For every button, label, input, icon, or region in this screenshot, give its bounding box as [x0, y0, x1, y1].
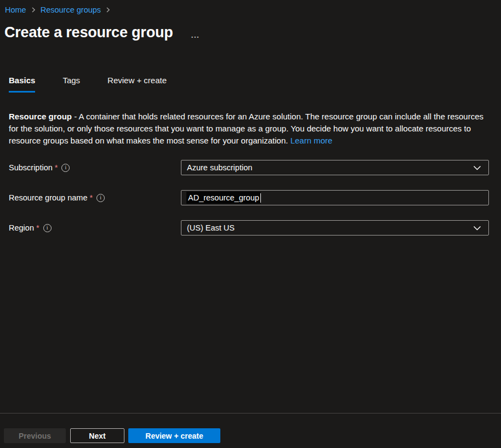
review-create-button[interactable]: Review + create	[128, 428, 220, 443]
tab-basics[interactable]: Basics	[9, 76, 35, 93]
chevron-down-icon	[473, 165, 481, 171]
title-row: Create a resource group ...	[4, 24, 200, 41]
footer-divider	[0, 413, 501, 413]
resource-group-name-label: Resource group name * i	[9, 190, 105, 205]
required-asterisk: *	[89, 193, 93, 202]
page-title: Create a resource group	[4, 24, 173, 41]
next-button[interactable]: Next	[70, 428, 124, 443]
create-resource-group-page: Home Resource groups Create a resource g…	[0, 0, 501, 448]
learn-more-link[interactable]: Learn more	[291, 136, 333, 145]
chevron-right-icon	[31, 7, 36, 13]
description-body: - A container that holds related resourc…	[9, 112, 483, 145]
resource-group-name-row: Resource group name * i AD_resource_grou…	[0, 190, 501, 205]
info-icon[interactable]: i	[61, 164, 70, 172]
subscription-label: Subscription * i	[9, 160, 70, 175]
resource-group-name-input[interactable]: AD_resource_group	[181, 190, 489, 205]
text-cursor	[260, 193, 261, 203]
region-value: (US) East US	[181, 223, 235, 232]
chevron-down-icon	[473, 226, 481, 231]
previous-button[interactable]: Previous	[4, 428, 66, 443]
breadcrumb: Home Resource groups	[5, 5, 115, 14]
region-row: Region * i (US) East US	[0, 220, 501, 236]
subscription-value: Azure subscription	[181, 163, 252, 172]
tab-tags[interactable]: Tags	[62, 76, 80, 93]
required-asterisk: *	[36, 223, 39, 232]
tab-strip: Basics Tags Review + create	[9, 76, 167, 93]
region-dropdown[interactable]: (US) East US	[181, 220, 489, 236]
chevron-right-icon	[105, 7, 111, 13]
tab-review-create[interactable]: Review + create	[107, 76, 167, 93]
description-lead: Resource group	[9, 112, 72, 121]
footer-button-bar: Previous Next Review + create	[0, 428, 501, 443]
region-label: Region * i	[9, 220, 52, 236]
breadcrumb-resource-groups-link[interactable]: Resource groups	[41, 5, 101, 14]
more-options-button[interactable]: ...	[191, 31, 200, 39]
resource-group-name-value: AD_resource_group	[186, 192, 260, 204]
required-asterisk: *	[55, 163, 58, 172]
subscription-row: Subscription * i Azure subscription	[0, 160, 501, 175]
resource-group-description: Resource group - A container that holds …	[9, 111, 485, 147]
info-icon[interactable]: i	[43, 224, 52, 232]
subscription-dropdown[interactable]: Azure subscription	[181, 160, 489, 175]
info-icon[interactable]: i	[96, 194, 105, 202]
breadcrumb-home-link[interactable]: Home	[5, 5, 26, 14]
